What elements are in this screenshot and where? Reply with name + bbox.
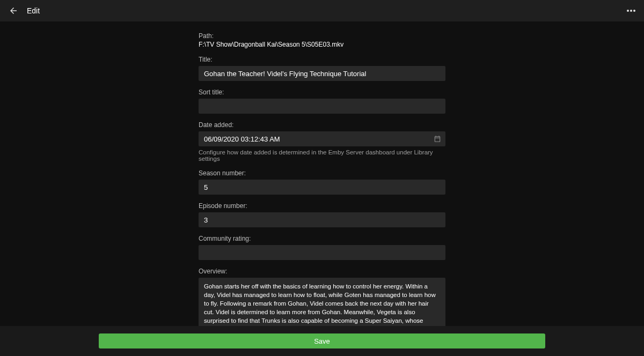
season-number-input[interactable] bbox=[199, 180, 445, 195]
season-number-label: Season number: bbox=[199, 169, 445, 177]
save-button[interactable]: Save bbox=[99, 333, 545, 348]
date-added-input[interactable] bbox=[199, 131, 445, 146]
community-rating-label: Community rating: bbox=[199, 235, 445, 242]
content-area: Path: F:\TV Show\Dragonball Kai\Season 5… bbox=[0, 21, 644, 326]
path-group: Path: F:\TV Show\Dragonball Kai\Season 5… bbox=[199, 32, 445, 48]
page-title: Edit bbox=[27, 6, 40, 15]
episode-number-group: Episode number: bbox=[199, 202, 445, 227]
sort-title-input[interactable] bbox=[199, 99, 445, 114]
community-rating-group: Community rating: bbox=[199, 235, 445, 260]
path-value: F:\TV Show\Dragonball Kai\Season 5\S05E0… bbox=[199, 41, 445, 48]
overview-label: Overview: bbox=[199, 268, 445, 275]
back-arrow-icon[interactable] bbox=[9, 6, 18, 16]
episode-number-input[interactable] bbox=[199, 212, 445, 227]
episode-number-label: Episode number: bbox=[199, 202, 445, 210]
header: Edit bbox=[0, 0, 644, 21]
date-added-group: Date added: Configure how date added is … bbox=[199, 121, 445, 162]
title-group: Title: bbox=[199, 56, 445, 81]
title-label: Title: bbox=[199, 56, 445, 63]
sort-title-label: Sort title: bbox=[199, 88, 445, 96]
date-added-label: Date added: bbox=[199, 121, 445, 129]
sort-title-group: Sort title: bbox=[199, 88, 445, 114]
header-left: Edit bbox=[9, 6, 40, 16]
season-number-group: Season number: bbox=[199, 169, 445, 195]
overview-group: Overview: bbox=[199, 268, 445, 326]
more-options-icon[interactable] bbox=[627, 10, 635, 12]
title-input[interactable] bbox=[199, 66, 445, 81]
path-label: Path: bbox=[199, 32, 445, 40]
overview-textarea[interactable] bbox=[199, 278, 445, 326]
community-rating-input[interactable] bbox=[199, 245, 445, 260]
date-added-help: Configure how date added is determined i… bbox=[199, 149, 445, 162]
form-container: Path: F:\TV Show\Dragonball Kai\Season 5… bbox=[199, 32, 445, 326]
footer: Save bbox=[0, 326, 644, 356]
